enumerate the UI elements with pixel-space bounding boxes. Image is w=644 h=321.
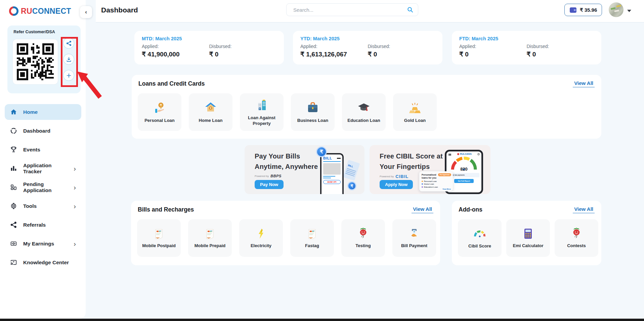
powered-by-cibil: Powered byCIBIL [380, 174, 409, 179]
lightning-bolt-icon [255, 227, 267, 240]
tile-emi-calculator[interactable]: Emi Calculator [506, 219, 550, 257]
tile-mobile-postpaid[interactable]: Mobile Postpaid [137, 219, 181, 257]
tile-bill-payment[interactable]: Bill Payment [392, 219, 436, 257]
tile-home-loan[interactable]: ₹ Home Loan [189, 93, 232, 131]
share-qr-button[interactable] [63, 38, 74, 49]
briefcase-icon [306, 101, 320, 115]
trophy-icon [10, 146, 17, 153]
loans-view-all-link[interactable]: View All [573, 80, 595, 87]
app-logo: RUCONNECT [9, 6, 71, 16]
bill-receipt-illustration: BILL [343, 160, 360, 181]
logo-text: RUCONNECT [21, 7, 71, 16]
bill-doc-icon [204, 227, 216, 240]
tile-label: Personal Loan [144, 118, 175, 124]
powered-by-bbps: Powered byBBPS [255, 174, 282, 178]
page-title: Dashboard [101, 6, 138, 14]
pay-now-button[interactable]: Pay Now [255, 180, 284, 189]
stat-card-mtd: MTD: March 2025 Applied:₹ 41,900,000 Dis… [134, 31, 284, 64]
tile-fastag[interactable]: Fastag [290, 219, 334, 257]
addons-section-title: Add-ons [459, 206, 482, 213]
tile-personal-loan[interactable]: ₹ Personal Loan [138, 93, 181, 131]
money-icon [10, 240, 17, 247]
cibil-banner-title: Free CIBIL Score at Your Fingertips [380, 151, 443, 172]
layout-icon [10, 184, 17, 191]
sidebar-item-pending-application[interactable]: Pending Application › [5, 179, 81, 195]
tile-gold-loan[interactable]: Gold Loan [393, 93, 437, 131]
view-more-link: View More [442, 188, 451, 190]
pay-bills-banner-title: Pay Your Bills Anytime, Anywhere [255, 151, 318, 172]
tile-loan-against-property[interactable]: ₹ Loan Against Property [240, 93, 284, 131]
bills-view-all-link[interactable]: View All [412, 206, 433, 213]
applied-label: Applied: [459, 44, 527, 49]
sidebar-item-events[interactable]: Events [5, 142, 81, 157]
svg-text:₹: ₹ [160, 104, 162, 107]
share-nodes-icon [10, 221, 17, 228]
sidebar-item-referrals[interactable]: Referrals [5, 217, 81, 233]
disbursed-value: ₹ 0 [527, 50, 594, 58]
apply-now-button[interactable]: Apply Now [380, 180, 413, 189]
top-header: Dashboard ₹ 35.96 [96, 0, 644, 22]
tile-cibil-score[interactable]: Cibil Score [458, 219, 502, 257]
dashboard-icon [10, 127, 17, 134]
sidebar-item-home[interactable]: Home [5, 104, 81, 120]
sidebar-item-knowledge-center[interactable]: Knowledge Center [5, 255, 81, 270]
tile-mobile-prepaid[interactable]: Mobile Prepaid [188, 219, 232, 257]
radish-character-icon [570, 227, 583, 240]
user-avatar[interactable] [609, 2, 624, 17]
tile-education-loan[interactable]: Education Loan [342, 93, 386, 131]
sidebar-item-label: Application Tracker [23, 163, 68, 175]
sidebar: RUCONNECT Refer Customer/DSA [0, 0, 86, 319]
search-bar [286, 3, 418, 16]
disbursed-value: ₹ 0 [368, 50, 435, 58]
wallet-balance-badge[interactable]: ₹ 35.96 [564, 4, 602, 16]
sidebar-item-label: Pending Application [23, 181, 68, 193]
cibil-banner: Free CIBIL Score at Your Fingertips Powe… [370, 145, 490, 194]
download-icon [66, 57, 72, 62]
plus-icon [66, 73, 72, 78]
bill-doc-icon [153, 227, 165, 240]
add-qr-button[interactable] [63, 70, 74, 81]
gold-bars-icon [408, 101, 422, 115]
tile-label: Electricity [251, 243, 271, 249]
sidebar-item-tools[interactable]: Tools › [5, 198, 81, 214]
disbursed-label: Disbursed: [368, 44, 435, 49]
qr-action-buttons [63, 38, 74, 81]
radish-character-icon [357, 227, 370, 240]
sidebar-item-my-earnings[interactable]: My Earnings › [5, 236, 81, 251]
addons-section: Add-ons View All Cibil Score Emi Calcula… [452, 201, 601, 265]
download-qr-button[interactable] [63, 54, 74, 65]
gear-icon [10, 202, 17, 210]
applied-label: Applied: [142, 44, 209, 49]
chevron-right-icon: › [74, 203, 76, 210]
bottom-edge-bar [0, 319, 644, 321]
logo-swirl-icon [9, 6, 19, 16]
chevron-right-icon: › [74, 240, 76, 247]
tile-business-loan[interactable]: Business Loan [291, 93, 335, 131]
search-input[interactable] [293, 7, 407, 13]
addons-view-all-link[interactable]: View All [573, 206, 595, 213]
sidebar-item-label: Referrals [23, 222, 76, 228]
sidebar-nav: Home Dashboard Events Application Tracke… [5, 104, 81, 270]
search-icon[interactable] [407, 7, 413, 13]
sidebar-item-label: My Earnings [23, 241, 68, 247]
sidebar-item-application-tracker[interactable]: Application Tracker › [5, 160, 81, 176]
sidebar-item-dashboard[interactable]: Dashboard [5, 123, 81, 139]
tile-label: Cibil Score [468, 243, 491, 249]
calculator-icon [522, 227, 534, 240]
home-loan-icon: ₹ [204, 101, 218, 115]
tile-label: Business Loan [297, 118, 328, 124]
tile-label: Mobile Prepaid [195, 243, 225, 249]
refer-customer-card: Refer Customer/DSA [7, 26, 81, 93]
disbursed-label: Disbursed: [209, 44, 277, 49]
tile-testing[interactable]: Testing [341, 219, 385, 257]
profile-dropdown-caret-icon[interactable] [627, 10, 631, 12]
share-icon [66, 41, 72, 46]
tile-electricity[interactable]: Electricity [239, 219, 283, 257]
tile-contests[interactable]: Contests [555, 219, 598, 257]
applied-value: ₹ 0 [459, 50, 527, 58]
bills-section: Bills and Recharges View All Mobile Post… [131, 201, 440, 265]
knowledge-cast-icon [10, 259, 17, 266]
bar-chart-icon [10, 165, 17, 172]
tile-label: Loan Against Property [242, 115, 282, 127]
sidebar-collapse-button[interactable]: ‹ [80, 6, 92, 18]
